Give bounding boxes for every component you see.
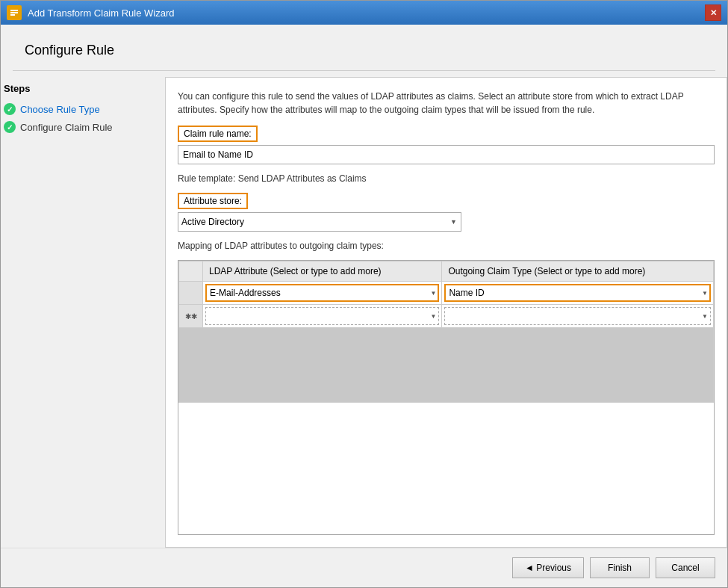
row-1-ldap-cell: E-Mail-Addresses SAM-Account-Name User-P…: [203, 282, 442, 305]
claim-rule-name-label: Claim rule name:: [178, 126, 258, 142]
claim-rule-name-group: Claim rule name:: [178, 126, 715, 164]
row-2-icon-cell: ✱✱: [179, 305, 203, 328]
row-1-outgoing-cell: Name ID E-Mail Address UPN Common Name: [442, 282, 714, 305]
step-dot-1: ✓: [4, 103, 16, 115]
title-bar: Add Transform Claim Rule Wizard ✕: [1, 1, 727, 25]
row-2-outgoing-select[interactable]: Name ID E-Mail Address: [444, 307, 711, 325]
finish-button[interactable]: Finish: [590, 557, 650, 578]
svg-rect-2: [10, 12, 18, 13]
row-1-icon-cell: [179, 282, 203, 305]
sidebar: Steps ✓ Choose Rule Type ✓ Configure Cla…: [1, 77, 165, 548]
row-edit-icon: ✱✱: [185, 312, 197, 321]
row-1-ldap-select[interactable]: E-Mail-Addresses SAM-Account-Name User-P…: [205, 284, 439, 302]
description-text: You can configure this rule to send the …: [178, 90, 715, 117]
row-2-outgoing-cell: Name ID E-Mail Address: [442, 305, 714, 328]
attribute-store-label: Attribute store:: [178, 193, 248, 209]
title-divider: [13, 70, 715, 71]
svg-rect-1: [10, 10, 18, 11]
empty-area: [179, 328, 714, 403]
cancel-button[interactable]: Cancel: [656, 557, 715, 578]
row-2-ldap-select[interactable]: E-Mail-Addresses SAM-Account-Name: [205, 307, 439, 325]
step-label-1: Choose Rule Type: [20, 104, 100, 115]
previous-button[interactable]: ◄ Previous: [512, 557, 584, 578]
col-icon-header: [179, 261, 203, 282]
step-dot-2: ✓: [4, 121, 16, 133]
claim-rule-name-input[interactable]: [178, 145, 715, 164]
sidebar-item-choose-rule-type[interactable]: ✓ Choose Rule Type: [1, 100, 165, 118]
body-area: Steps ✓ Choose Rule Type ✓ Configure Cla…: [1, 77, 727, 548]
row-1-outgoing-select-wrapper: Name ID E-Mail Address UPN Common Name: [444, 284, 711, 302]
attribute-store-select[interactable]: Active Directory Custom Store: [178, 212, 461, 232]
empty-row: [179, 328, 714, 403]
rule-template-text: Rule template: Send LDAP Attributes as C…: [178, 173, 715, 184]
col-outgoing-header: Outgoing Claim Type (Select or type to a…: [442, 261, 714, 282]
page-title-area: Configure Rule: [1, 25, 727, 77]
svg-rect-3: [10, 14, 15, 16]
right-panel: You can configure this rule to send the …: [165, 77, 727, 548]
attribute-store-group: Attribute store: Active Directory Custom…: [178, 193, 715, 232]
row-2-ldap-cell: E-Mail-Addresses SAM-Account-Name: [203, 305, 442, 328]
col-ldap-header: LDAP Attribute (Select or type to add mo…: [203, 261, 442, 282]
close-button[interactable]: ✕: [705, 4, 721, 21]
app-icon: [7, 5, 22, 20]
title-bar-left: Add Transform Claim Rule Wizard: [7, 5, 175, 20]
page-title: Configure Rule: [13, 34, 715, 58]
row-2-outgoing-select-wrapper: Name ID E-Mail Address: [444, 307, 711, 325]
row-1-ldap-select-wrapper: E-Mail-Addresses SAM-Account-Name User-P…: [205, 284, 439, 302]
attribute-store-select-wrapper: Active Directory Custom Store: [178, 212, 461, 232]
step-label-2: Configure Claim Rule: [20, 122, 113, 133]
sidebar-item-configure-claim-rule[interactable]: ✓ Configure Claim Rule: [1, 118, 165, 136]
wizard-footer: ◄ Previous Finish Cancel: [1, 548, 727, 587]
window-title: Add Transform Claim Rule Wizard: [28, 7, 175, 19]
table-row: ✱✱ E-Mail-Addresses SAM-Account-Name: [179, 305, 714, 328]
table-row: E-Mail-Addresses SAM-Account-Name User-P…: [179, 282, 714, 305]
steps-label: Steps: [1, 83, 165, 94]
row-1-outgoing-select[interactable]: Name ID E-Mail Address UPN Common Name: [444, 284, 711, 302]
row-2-ldap-select-wrapper: E-Mail-Addresses SAM-Account-Name: [205, 307, 439, 325]
mapping-table-container: LDAP Attribute (Select or type to add mo…: [178, 260, 715, 535]
mapping-label: Mapping of LDAP attributes to outgoing c…: [178, 241, 715, 251]
wizard-window: Add Transform Claim Rule Wizard ✕ Config…: [0, 0, 728, 588]
mapping-table: LDAP Attribute (Select or type to add mo…: [178, 261, 714, 403]
